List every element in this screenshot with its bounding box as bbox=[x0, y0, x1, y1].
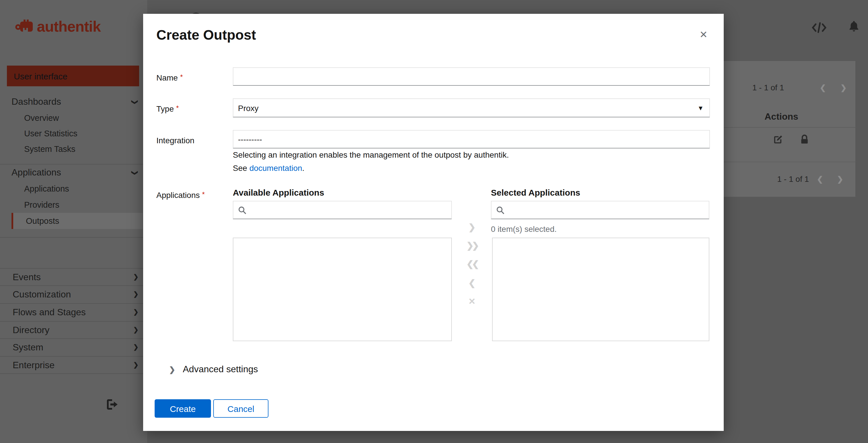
api-code-icon[interactable] bbox=[812, 22, 827, 36]
sidebar-item-label: Customization bbox=[13, 289, 71, 299]
sidebar-item-providers[interactable]: Providers bbox=[11, 197, 143, 213]
brand-logo[interactable]: authentik bbox=[15, 17, 101, 36]
name-input[interactable] bbox=[233, 67, 710, 86]
selected-applications-header: Selected Applications bbox=[491, 187, 580, 197]
actions-column-header: Actions bbox=[765, 112, 798, 122]
chevron-right-icon: ❯ bbox=[133, 344, 138, 351]
sidebar-item-label: Directory bbox=[13, 325, 50, 335]
required-asterisk: * bbox=[202, 190, 205, 199]
integration-help-see: See documentation. bbox=[233, 164, 304, 173]
chevron-right-icon: ❯ bbox=[133, 273, 138, 281]
applications-label: Applications* bbox=[156, 190, 205, 200]
available-applications-header: Available Applications bbox=[233, 187, 324, 197]
integration-label: Integration bbox=[156, 136, 194, 145]
caret-down-icon: ▾ bbox=[699, 104, 703, 112]
sidebar-item-applications-group[interactable]: Applications ❯ bbox=[11, 165, 143, 181]
selected-applications-list[interactable] bbox=[492, 238, 709, 341]
advanced-settings-toggle[interactable]: Advanced settings bbox=[183, 364, 258, 375]
create-outpost-modal: Create Outpost ✕ Name* Type* Proxy ▾ Int… bbox=[143, 14, 724, 431]
pagination-prev-icon[interactable]: ❮ bbox=[816, 83, 830, 93]
search-icon bbox=[496, 206, 505, 214]
remove-all-icon[interactable]: ❮❮ bbox=[465, 259, 480, 269]
sidebar-item-enterprise[interactable]: Enterprise ❯ bbox=[0, 356, 147, 374]
authentik-key-logo-icon bbox=[15, 17, 34, 36]
sidebar-item-label: Enterprise bbox=[13, 360, 55, 370]
remove-selected-icon[interactable]: ❮ bbox=[465, 278, 479, 288]
sidebar-item-label: User Statistics bbox=[24, 129, 77, 138]
sidebar-item-label: System Tasks bbox=[24, 144, 75, 154]
sidebar-item-label: Overview bbox=[24, 113, 59, 122]
selected-count-text: 0 item(s) selected. bbox=[491, 225, 557, 234]
clear-selection-icon[interactable]: ✕ bbox=[465, 296, 479, 307]
sidebar-item-label: Flows and Stages bbox=[13, 307, 86, 317]
sidebar-item-system[interactable]: System ❯ bbox=[0, 338, 147, 356]
required-asterisk: * bbox=[180, 73, 183, 81]
pagination-next-icon[interactable]: ❯ bbox=[834, 174, 847, 184]
sidebar-item-directory[interactable]: Directory ❯ bbox=[0, 321, 147, 338]
chevron-right-icon: ❯ bbox=[133, 308, 138, 316]
brand-wordmark: authentik bbox=[37, 18, 101, 35]
type-label: Type* bbox=[156, 104, 179, 113]
sidebar-item-label: Outposts bbox=[26, 216, 59, 226]
integration-select-value: --------- bbox=[238, 135, 262, 144]
sidebar-item-dashboards[interactable]: Dashboards ❯ bbox=[11, 94, 143, 110]
chevron-right-icon: ❯ bbox=[133, 291, 138, 298]
app-root: authentik User interface Dashboards ❯ Ov… bbox=[0, 0, 868, 443]
sidebar-item-system-tasks[interactable]: System Tasks bbox=[11, 141, 143, 157]
pagination-top-text: 1 - 1 of 1 bbox=[752, 83, 784, 92]
integration-help-text: Selecting an integration enables the man… bbox=[233, 150, 509, 159]
sidebar-item-label: Providers bbox=[24, 200, 60, 209]
type-select[interactable]: Proxy ▾ bbox=[233, 98, 710, 117]
chevron-right-icon[interactable]: ❯ bbox=[169, 365, 175, 374]
close-icon[interactable]: ✕ bbox=[700, 29, 708, 41]
sidebar-item-label: Dashboards bbox=[11, 97, 61, 107]
available-applications-list[interactable] bbox=[233, 238, 452, 341]
sign-out-icon[interactable] bbox=[107, 399, 118, 410]
pagination-prev-icon[interactable]: ❮ bbox=[813, 174, 827, 184]
lock-icon[interactable] bbox=[800, 134, 809, 147]
sidebar-item-label: System bbox=[13, 342, 43, 352]
name-label: Name* bbox=[156, 73, 183, 82]
sidebar-item-label: Applications bbox=[11, 168, 61, 178]
available-search-input[interactable] bbox=[250, 201, 451, 219]
pagination-bottom-text: 1 - 1 of 1 bbox=[777, 174, 809, 183]
chevron-down-icon: ❯ bbox=[132, 169, 137, 176]
type-select-value: Proxy bbox=[238, 103, 259, 113]
add-all-icon[interactable]: ❯❯ bbox=[465, 240, 480, 251]
sidebar-item-flows-and-stages[interactable]: Flows and Stages ❯ bbox=[0, 303, 147, 321]
sidebar-item-label: Events bbox=[13, 272, 41, 282]
sidebar-item-events[interactable]: Events ❯ bbox=[0, 268, 147, 285]
sidebar-item-label: Applications bbox=[24, 184, 69, 193]
available-search-box bbox=[233, 201, 452, 219]
add-selected-icon[interactable]: ❯ bbox=[465, 222, 479, 232]
chevron-down-icon: ❯ bbox=[132, 98, 137, 106]
selected-search-input[interactable] bbox=[508, 201, 709, 219]
chevron-right-icon: ❯ bbox=[133, 326, 138, 334]
selected-search-box bbox=[491, 201, 709, 219]
sidebar-divider bbox=[0, 237, 147, 238]
modal-title: Create Outpost bbox=[156, 27, 256, 43]
sidebar-item-customization[interactable]: Customization ❯ bbox=[0, 285, 147, 303]
sidebar-item-outposts[interactable]: Outposts bbox=[11, 213, 143, 229]
sidebar-item-applications[interactable]: Applications bbox=[11, 181, 143, 197]
notifications-bell-icon[interactable] bbox=[849, 21, 859, 34]
integration-select[interactable]: --------- bbox=[233, 130, 710, 148]
user-interface-banner[interactable]: User interface bbox=[7, 66, 139, 86]
edit-icon[interactable] bbox=[773, 135, 783, 147]
documentation-link[interactable]: documentation bbox=[249, 164, 302, 173]
pagination-next-icon[interactable]: ❯ bbox=[837, 83, 850, 93]
create-button[interactable]: Create bbox=[155, 399, 211, 418]
required-asterisk: * bbox=[176, 104, 179, 112]
sidebar: authentik User interface Dashboards ❯ Ov… bbox=[0, 0, 147, 443]
cancel-button[interactable]: Cancel bbox=[213, 399, 269, 418]
user-interface-label: User interface bbox=[14, 71, 67, 81]
sidebar-item-overview[interactable]: Overview bbox=[11, 110, 143, 126]
sidebar-item-user-statistics[interactable]: User Statistics bbox=[11, 125, 143, 142]
chevron-right-icon: ❯ bbox=[133, 361, 138, 369]
search-icon bbox=[238, 206, 247, 214]
